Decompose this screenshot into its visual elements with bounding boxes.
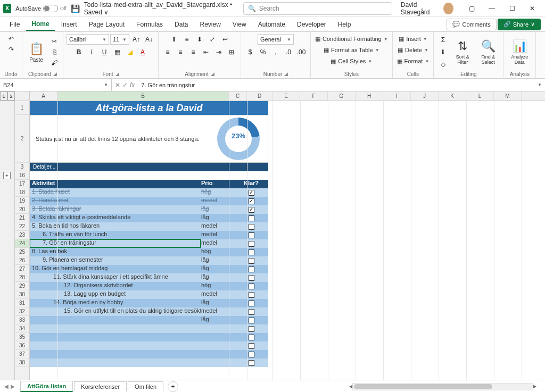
row-header-31[interactable]: 31 [15,299,29,307]
redo-button[interactable]: ↷ [6,45,16,54]
column-header-K[interactable]: K [439,91,466,101]
user-account[interactable]: David Stavegård [401,1,453,16]
row-header-23[interactable]: 23 [15,231,29,239]
copy-button[interactable]: ⎘ [49,47,60,57]
cell-activity[interactable]: 3. Betala räkningar [30,205,201,214]
cell-activity[interactable]: 10. Gör en hemlagad middag [30,265,201,273]
cell-activity[interactable]: 9. Planera en semester [30,256,201,265]
font-name-select[interactable]: Calibri▼ [67,34,109,45]
table-row[interactable]: 2. Handla matmedel✔ [30,197,268,205]
insert-cells-button[interactable]: ▦ Insert ▼ [398,34,428,44]
cell-activity[interactable]: 2. Handla mat [30,197,201,205]
increase-indent-button[interactable]: ⇥ [213,47,225,57]
tab-page-layout[interactable]: Page Layout [84,19,130,30]
enter-formula-icon[interactable]: ✓ [122,81,128,89]
undo-button[interactable]: ↶ [6,34,16,44]
horizontal-scrollbar[interactable] [352,383,533,390]
checkbox-done[interactable] [249,309,254,315]
table-row[interactable] [30,350,268,358]
table-row[interactable] [30,358,268,367]
checkbox-done[interactable] [249,318,254,323]
row-header-35[interactable]: 35 [15,333,29,341]
autosum-button[interactable]: Σ [437,35,449,45]
sort-filter-button[interactable]: ⇅Sort & Filter [451,36,474,68]
column-header-H[interactable]: H [356,91,383,101]
outline-level-1[interactable]: 1 [0,91,7,101]
save-icon[interactable]: 💾 [71,4,80,13]
cell-activity[interactable] [30,341,201,350]
cell-activity[interactable]: 14. Börja med en ny hobby [30,299,201,307]
row-header-28[interactable]: 28 [15,273,29,282]
align-center-button[interactable]: ≡ [175,47,186,57]
delete-cells-button[interactable]: ▦ Delete ▼ [397,45,430,55]
table-row[interactable] [30,333,268,341]
tab-automate[interactable]: Automate [253,19,291,30]
checkbox-done[interactable] [249,360,254,366]
column-header-B[interactable]: B [57,91,229,101]
table-row[interactable]: 13. Lägg upp en budgetmedel [30,290,268,299]
checkbox-done[interactable] [249,232,254,238]
align-right-button[interactable]: ≡ [187,47,199,57]
table-row[interactable]: 11. Stärk dina kunskaper i ett specifikt… [30,273,268,282]
row-header-1[interactable]: 1 [15,101,29,115]
column-header-E[interactable]: E [272,91,300,101]
table-row[interactable]: 1. Städa husethög✔ [30,188,268,197]
column-header-F[interactable]: F [300,91,328,101]
currency-button[interactable]: $ [244,47,256,57]
column-header-A[interactable]: A [30,91,57,101]
cell-activity[interactable] [30,358,201,367]
cell-activity[interactable] [30,333,201,341]
column-header-I[interactable]: I [383,91,411,101]
sheet-tab-3[interactable]: Om filen [128,381,163,391]
checkbox-done[interactable] [249,343,254,349]
sheet-tab-2[interactable]: Korsreferenser [74,381,127,391]
minimize-button[interactable]: — [482,1,501,16]
row-header-21[interactable]: 21 [15,214,29,222]
close-button[interactable]: ✕ [523,1,542,16]
find-select-button[interactable]: 🔍Find & Select [476,36,500,68]
column-header-L[interactable]: L [466,91,494,101]
row-header-19[interactable]: 19 [15,197,29,205]
ribbon-mode-icon[interactable]: ▢ [462,1,481,16]
align-bottom-button[interactable]: ⬇ [194,34,205,45]
row-header-17[interactable]: 17 [15,180,29,188]
row-header-25[interactable]: 25 [15,248,29,256]
row-header-33[interactable]: 33 [15,316,29,324]
tab-review[interactable]: Review [194,19,226,30]
sheet-nav-next[interactable]: ▶ [11,383,15,389]
checkbox-done[interactable] [249,335,254,340]
table-row[interactable]: 9. Planera en semesterlåg [30,256,268,265]
checkbox-done[interactable] [249,215,254,221]
cancel-formula-icon[interactable]: ✕ [115,81,120,89]
paste-button[interactable]: 📋 Paste [26,36,47,68]
column-header-M[interactable]: M [494,91,522,101]
checkbox-done[interactable]: ✔ [249,190,254,196]
comments-button[interactable]: 💬 Comments [447,19,496,30]
row-header-32[interactable]: 32 [15,307,29,316]
font-size-select[interactable]: 11▼ [110,34,129,45]
cut-button[interactable]: ✂ [49,37,60,46]
checkbox-done[interactable] [249,249,254,255]
alignment-launcher[interactable]: ◢ [211,71,214,77]
cell-styles-button[interactable]: ▦ Cell Styles ▼ [329,56,373,66]
fill-button[interactable]: ⬇ [437,47,449,57]
cell-activity[interactable]: 15. Gör en utflykt till en plats du aldr… [30,307,201,316]
name-box[interactable]: B24▼ [0,79,112,91]
row-header-37[interactable]: 37 [15,350,29,358]
checkbox-done[interactable] [249,352,254,357]
tab-help[interactable]: Help [333,19,357,30]
checkbox-done[interactable] [249,326,254,332]
row-header-2[interactable]: 2 [15,115,29,163]
search-input[interactable]: 🔍 Search [243,2,392,15]
tab-view[interactable]: View [227,19,252,30]
table-row[interactable]: 4. Skicka ett viktigt e-postmeddelandelå… [30,214,268,222]
decrease-decimal-button[interactable]: .00 [295,47,307,57]
checkbox-done[interactable] [249,258,254,264]
expand-formula-icon[interactable]: ▼ [538,82,545,87]
cell-activity[interactable]: 8. Läs en bok [30,248,201,256]
cell-activity[interactable]: 7. Gör en träningstur [30,239,201,248]
cell-activity[interactable]: 13. Lägg upp en budget [30,290,201,299]
fill-color-button[interactable]: ◢ [124,47,136,57]
cell-activity[interactable] [30,324,201,333]
table-row[interactable] [30,324,268,333]
